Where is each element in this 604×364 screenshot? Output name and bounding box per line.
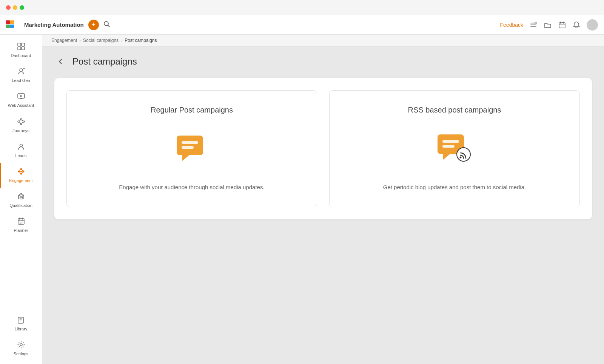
svg-rect-2	[6, 25, 10, 28]
user-avatar[interactable]	[587, 19, 598, 31]
app-title: Marketing Automation	[24, 22, 84, 28]
sidebar-item-planner[interactable]: Planner	[0, 213, 42, 238]
sidebar-label-engagement: Engagement	[9, 178, 32, 183]
cards-wrapper: Regular Post campaigns Engage with your …	[54, 78, 592, 219]
sidebar-item-web-assistant[interactable]: Web Assistant	[0, 88, 42, 113]
lead-gen-icon	[17, 67, 25, 77]
svg-line-29	[19, 120, 20, 121]
rss-chat-icon	[436, 133, 473, 165]
sidebar-item-engagement[interactable]: Engagement	[0, 163, 42, 188]
page-title-row: Post campaigns	[54, 56, 592, 68]
svg-rect-7	[530, 25, 536, 25]
rss-post-icon-area	[436, 133, 473, 165]
svg-rect-61	[442, 140, 459, 143]
breadcrumb-current: Post campaigns	[125, 38, 157, 43]
feedback-link[interactable]: Feedback	[500, 22, 523, 28]
svg-point-25	[18, 121, 19, 122]
sidebar-item-settings[interactable]: Settings	[0, 336, 42, 361]
bell-icon[interactable]	[572, 21, 581, 29]
svg-rect-8	[530, 26, 536, 27]
sidebar-item-library[interactable]: Library	[0, 311, 42, 336]
app-header: Marketing Automation + Feedback	[0, 15, 604, 35]
sidebar-item-dashboard[interactable]: Dashboard	[0, 38, 42, 63]
logo-area: Marketing Automation	[6, 20, 84, 29]
sidebar-label-qualification: Qualification	[9, 203, 32, 208]
sidebar-label-lead-gen: Lead Gen	[12, 78, 30, 83]
dashboard-icon	[17, 42, 25, 52]
traffic-lights	[6, 5, 24, 10]
page-content: Post campaigns Regular Post campaigns	[42, 46, 604, 364]
sidebar-label-journeys: Journeys	[12, 128, 29, 133]
svg-rect-10	[559, 23, 565, 28]
planner-icon	[17, 217, 25, 227]
svg-point-65	[460, 157, 462, 159]
calendar-icon[interactable]	[558, 21, 566, 29]
chat-icon	[175, 134, 209, 164]
svg-point-22	[20, 95, 22, 97]
svg-rect-1	[10, 20, 14, 24]
sidebar-label-settings: Settings	[14, 352, 29, 356]
sidebar-item-leads[interactable]: Leads	[0, 138, 42, 163]
svg-rect-14	[18, 43, 21, 46]
title-bar	[0, 0, 604, 15]
breadcrumb-engagement[interactable]: Engagement	[51, 38, 77, 43]
sidebar-label-library: Library	[15, 327, 28, 332]
regular-post-title: Regular Post campaigns	[151, 106, 233, 114]
sidebar-item-qualification[interactable]: Qualification	[0, 188, 42, 213]
main-layout: Dashboard Lead Gen	[0, 35, 604, 364]
svg-point-18	[20, 69, 23, 72]
add-button[interactable]: +	[88, 20, 99, 30]
search-button[interactable]	[103, 21, 110, 29]
regular-post-icon-area	[175, 133, 209, 165]
svg-rect-57	[182, 141, 198, 144]
folder-icon[interactable]	[544, 21, 552, 29]
engagement-icon	[17, 167, 25, 177]
rss-post-title: RSS based post campaigns	[408, 106, 501, 114]
zoho-logo	[6, 20, 21, 29]
leads-icon	[17, 142, 25, 152]
breadcrumb-social-campaigns[interactable]: Social campaigns	[83, 38, 119, 43]
svg-rect-62	[442, 145, 455, 148]
regular-post-card[interactable]: Regular Post campaigns Engage with your …	[66, 90, 317, 207]
svg-line-5	[108, 25, 109, 27]
svg-rect-0	[6, 20, 10, 24]
list-icon[interactable]	[529, 21, 538, 29]
svg-line-31	[22, 122, 23, 123]
svg-point-27	[23, 121, 25, 122]
sidebar-label-dashboard: Dashboard	[11, 53, 31, 58]
svg-rect-56	[177, 136, 203, 155]
maximize-button[interactable]	[20, 5, 24, 10]
svg-point-55	[20, 344, 22, 346]
svg-line-32	[19, 122, 20, 123]
journeys-icon	[17, 117, 25, 127]
header-actions: Feedback	[500, 19, 598, 31]
svg-point-28	[20, 123, 22, 125]
minimize-button[interactable]	[13, 5, 17, 10]
content-area: Engagement › Social campaigns › Post cam…	[42, 35, 604, 364]
svg-rect-16	[18, 47, 21, 50]
svg-rect-58	[182, 146, 194, 149]
svg-rect-3	[10, 25, 14, 28]
sidebar-item-lead-gen[interactable]: Lead Gen	[0, 63, 42, 88]
close-button[interactable]	[6, 5, 11, 10]
regular-post-description: Engage with your audience through social…	[119, 183, 264, 192]
rss-post-card[interactable]: RSS based post campaigns	[329, 90, 580, 207]
svg-rect-17	[22, 47, 25, 50]
svg-rect-15	[22, 43, 25, 46]
breadcrumb: Engagement › Social campaigns › Post cam…	[42, 35, 604, 46]
rss-post-description: Get periodic blog updates and post them …	[383, 183, 526, 192]
sidebar-label-web-assistant: Web Assistant	[8, 103, 34, 108]
back-button[interactable]	[54, 56, 66, 68]
library-icon	[17, 316, 25, 325]
page-title: Post campaigns	[72, 56, 137, 67]
svg-line-30	[22, 120, 23, 121]
svg-point-26	[20, 119, 22, 120]
svg-marker-59	[182, 155, 189, 161]
qualification-icon	[17, 192, 25, 202]
sidebar: Dashboard Lead Gen	[0, 35, 42, 364]
svg-rect-21	[18, 94, 25, 98]
web-assistant-icon	[17, 92, 25, 102]
settings-icon	[17, 341, 25, 350]
sidebar-item-journeys[interactable]: Journeys	[0, 113, 42, 138]
svg-rect-9	[535, 22, 536, 24]
